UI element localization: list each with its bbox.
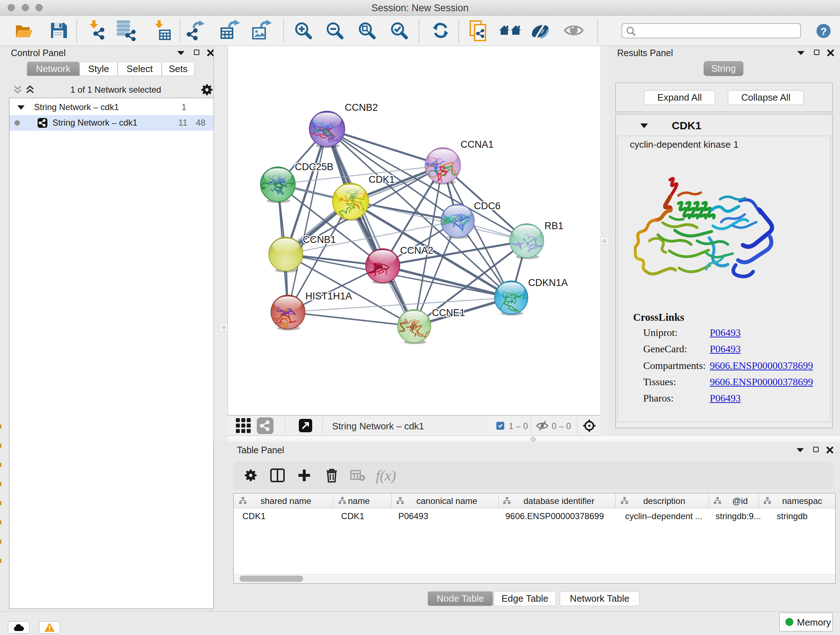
svg-text:CDK1: CDK1 <box>369 174 395 185</box>
svg-text:HIST1H1A: HIST1H1A <box>305 291 352 302</box>
svg-text:CCNE1: CCNE1 <box>432 307 465 318</box>
svg-text:CDC25B: CDC25B <box>295 162 333 172</box>
svg-text:CDKN1A: CDKN1A <box>528 277 568 288</box>
svg-text:CCNA1: CCNA1 <box>461 139 494 150</box>
svg-text:CCNA2: CCNA2 <box>400 245 433 256</box>
svg-text:RB1: RB1 <box>545 220 564 231</box>
svg-text:CCNB2: CCNB2 <box>345 102 378 113</box>
svg-text:CDC6: CDC6 <box>474 201 501 211</box>
svg-text:CCNB1: CCNB1 <box>303 234 336 245</box>
